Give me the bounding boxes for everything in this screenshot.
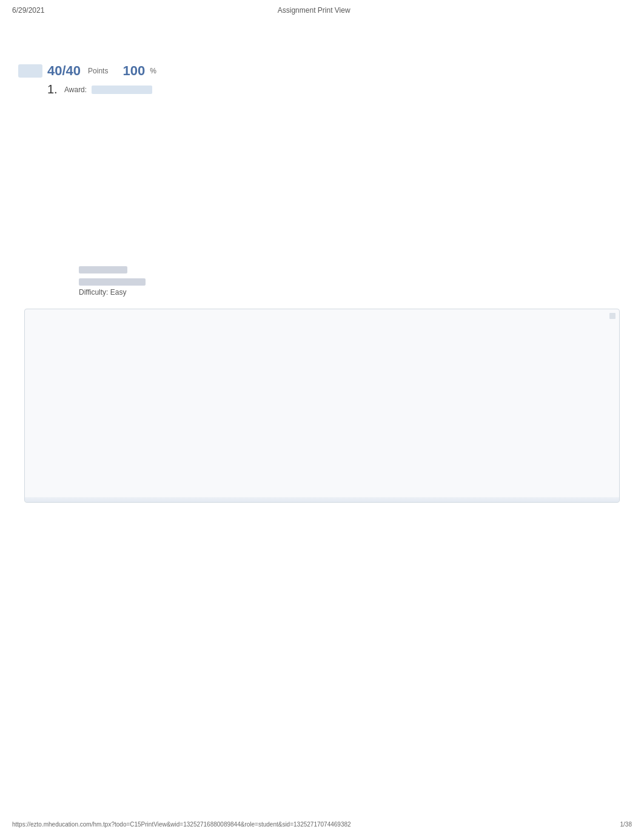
blurred-text-1 [79,266,127,273]
difficulty-row: Difficulty: Easy [79,288,626,297]
score-thumbnail [18,64,42,78]
difficulty-text: Difficulty: Easy [79,288,126,297]
score-fraction: 40/40 [47,63,81,79]
content-area: Difficulty: Easy [79,266,626,297]
award-label: Award: [64,86,87,94]
question-row: 1. Award: [47,82,626,96]
blurred-text-2 [79,278,146,286]
page-date: 6/29/2021 [12,6,44,15]
page-title: Assignment Print View [278,6,351,15]
content-box [24,309,620,503]
page-footer: https://ezto.mheducation.com/hm.tpx?todo… [12,821,632,828]
score-row: 40/40 Points 100 % [18,63,626,79]
award-value [92,86,152,94]
footer-page: 1/38 [620,821,632,828]
content-box-bottom-bar [25,497,619,502]
footer-url: https://ezto.mheducation.com/hm.tpx?todo… [12,821,351,828]
content-box-corner-decoration [609,313,615,319]
percent-sign: % [150,67,156,75]
score-percent-value: 100 [122,63,145,79]
score-points-label: Points [88,67,108,75]
question-number: 1. [47,82,59,96]
